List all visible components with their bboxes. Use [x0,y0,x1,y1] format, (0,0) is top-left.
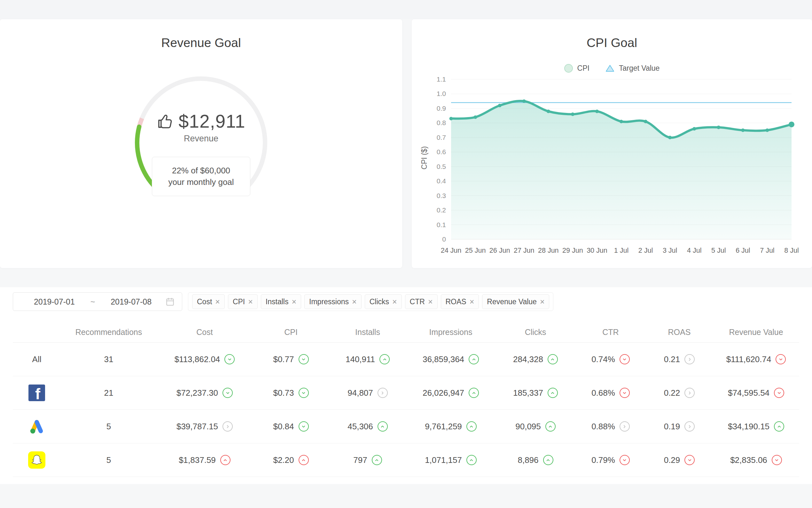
metric-value: 797 [353,455,367,465]
metric-value: $34,190.15 [728,422,769,431]
remove-tag-icon[interactable]: × [248,298,253,306]
svg-text:24 Jun: 24 Jun [441,247,462,254]
filter-tag-clicks[interactable]: Clicks× [365,294,402,309]
cell-cost: $113,862.04 [157,354,252,364]
channel-cell [13,418,61,435]
revenue-goal-title: Revenue Goal [0,36,402,50]
cell-impressions: 9,761,259 [406,421,495,431]
filter-tag-cost[interactable]: Cost× [192,294,225,309]
trend-right-icon [223,421,233,431]
remove-tag-icon[interactable]: × [392,298,397,306]
svg-text:30 Jun: 30 Jun [587,247,607,254]
legend-triangle-marker-icon [606,64,614,72]
svg-text:8 Jul: 8 Jul [784,247,799,254]
legend-item-target-value[interactable]: Target Value [606,64,660,73]
cell-ctr: 0.88% [575,421,646,431]
date-end-input[interactable]: 2019-07-08 [97,297,165,306]
cell-cpi: $0.84 [252,421,329,431]
google-ads-icon [28,418,45,435]
filter-tag-impressions[interactable]: Impressions× [304,294,362,309]
filter-tag-roas[interactable]: ROAS× [441,294,479,309]
date-start-input[interactable]: 2019-07-01 [20,297,89,306]
metric-value: 0.74% [591,354,615,364]
trend-down-icon [299,421,309,431]
cell-installs: 45,306 [329,421,406,431]
y-axis-label: CPI ($) [420,146,429,170]
table-header-row: RecommendationsCostCPIInstallsImpression… [13,322,799,343]
filter-tag-installs[interactable]: Installs× [261,294,301,309]
svg-text:6 Jul: 6 Jul [735,247,750,254]
trend-up-icon [378,421,388,431]
legend-label: CPI [577,64,589,73]
cell-roas: 0.22 [646,388,713,398]
monthly-goal-box: 22% of $60,000 your monthly goal [152,157,250,196]
svg-text:0.1: 0.1 [437,221,446,228]
metric-value: $2,835.06 [730,455,767,465]
trend-up-icon [469,354,479,364]
gauge-value-row: $12,911 [121,111,281,132]
svg-text:4 Jul: 4 Jul [687,247,701,254]
channel-label: All [32,354,42,364]
goal-text-line1: 22% of $60,000 [157,165,245,176]
column-header-ctr: CTR [575,328,646,337]
trend-up-icon [466,421,477,431]
filter-tag-label: ROAS [446,297,466,306]
cell-clicks: 284,328 [495,354,575,364]
remove-tag-icon[interactable]: × [352,298,357,306]
trend-right-icon [378,388,388,398]
date-separator: ~ [89,297,97,306]
cpi-line-chart: 00.10.20.30.40.50.60.70.80.91.01.124 Jun… [429,75,800,263]
legend-item-cpi[interactable]: CPI [564,64,589,73]
cell-installs: 94,807 [329,388,406,398]
cell-impressions: 1,071,157 [406,455,495,465]
svg-text:0.7: 0.7 [437,134,446,141]
metric-filter-box: Cost×CPI×Installs×Impressions×Clicks×CTR… [188,292,554,311]
cell-roas: 0.21 [646,354,713,364]
trend-down-icon [620,455,630,465]
filter-tag-label: CTR [410,297,425,306]
cell-cost: $39,787.15 [157,421,252,431]
svg-text:5 Jul: 5 Jul [711,247,726,254]
remove-tag-icon[interactable]: × [540,298,545,306]
svg-text:27 Jun: 27 Jun [514,247,534,254]
cell-ctr: 0.79% [575,455,646,465]
recommendations-value: 21 [104,388,113,398]
trend-down-icon [299,354,309,364]
remove-tag-icon[interactable]: × [470,298,474,306]
svg-text:0.4: 0.4 [437,177,446,184]
calendar-icon[interactable] [165,297,175,306]
cell-ctr: 0.68% [575,388,646,398]
channel-cell: All [13,354,61,364]
svg-text:29 Jun: 29 Jun [562,247,583,254]
date-range-picker[interactable]: 2019-07-01 ~ 2019-07-08 [13,292,182,311]
column-header-roas: ROAS [646,328,713,337]
revenue-goal-card: Revenue Goal $12,911 Revenue 22% of $60,… [0,19,402,268]
svg-text:0.2: 0.2 [437,206,446,214]
svg-text:0.3: 0.3 [437,192,446,199]
filter-tag-label: Cost [197,297,212,306]
cell-revenue-value: $2,835.06 [713,455,799,465]
metric-value: $113,862.04 [175,354,220,364]
metric-value: $2.20 [273,455,294,465]
cell-clicks: 8,896 [495,455,575,465]
trend-right-icon [684,354,695,364]
svg-text:7 Jul: 7 Jul [760,247,774,254]
remove-tag-icon[interactable]: × [215,298,220,306]
metric-value: 0.22 [664,388,680,398]
metric-value: 0.68% [591,388,615,398]
metric-value: $0.84 [273,422,294,431]
remove-tag-icon[interactable]: × [428,298,433,306]
cell-roas: 0.19 [646,421,713,431]
channel-cell [13,451,61,469]
cell-revenue-value: $74,595.54 [713,388,799,398]
table-row-snapchat: 5$1,837.59$2.207971,071,1578,8960.79%0.2… [13,443,799,477]
filter-tag-ctr[interactable]: CTR× [405,294,438,309]
filter-tag-revenue-value[interactable]: Revenue Value× [482,294,549,309]
metric-value: $72,237.30 [177,388,218,398]
trend-right-icon [684,421,695,431]
metric-value: 140,911 [346,354,375,364]
trend-up-icon [220,455,231,465]
filter-tag-cpi[interactable]: CPI× [228,294,258,309]
metric-value: 45,306 [347,422,373,431]
remove-tag-icon[interactable]: × [292,298,296,306]
